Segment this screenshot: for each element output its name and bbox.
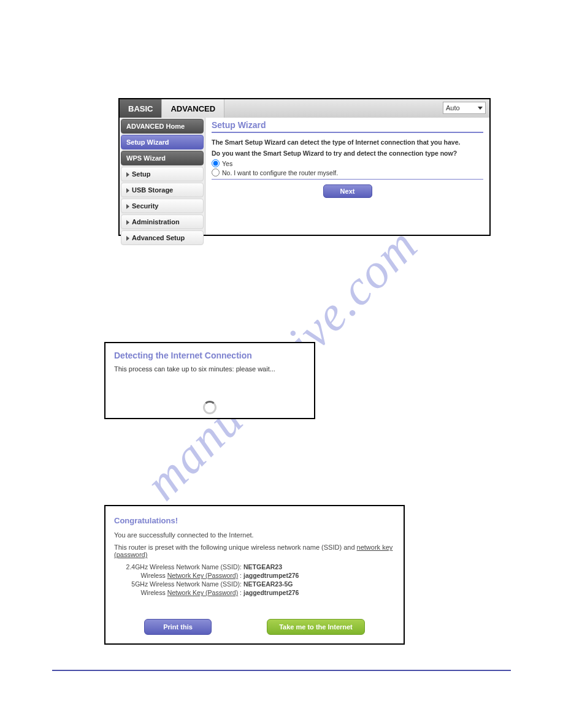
label-5-key: Wireless Network Key (Password) : <box>125 589 242 596</box>
divider <box>212 179 483 180</box>
value-24-ssid: NETGEAR23 <box>243 563 395 571</box>
caret-right-icon <box>126 172 129 177</box>
label-24-key: Wireless Network Key (Password) : <box>125 572 242 579</box>
footer-divider <box>52 670 511 671</box>
take-me-internet-button[interactable]: Take me to the Internet <box>267 619 365 635</box>
congrats-line2: This router is preset with the following… <box>114 544 395 558</box>
label-24-ssid: 2.4GHz Wireless Network Name (SSID): <box>125 563 242 571</box>
sidebar: ADVANCED Home Setup Wizard WPS Wizard Se… <box>120 118 205 235</box>
caret-right-icon <box>126 220 129 225</box>
button-row: Print this Take me to the Internet <box>105 619 404 635</box>
detecting-panel: Detecting the Internet Connection This p… <box>104 342 315 419</box>
radio-yes-input[interactable] <box>212 159 220 167</box>
value-24-key: jaggedtrumpet276 <box>243 572 395 579</box>
page-title: Setup Wizard <box>212 120 483 133</box>
congratulations-panel: Congratulations! You are successfully co… <box>104 505 405 645</box>
sidebar-item-advanced-setup[interactable]: Advanced Setup <box>121 230 204 245</box>
main-content: Setup Wizard The Smart Setup Wizard can … <box>205 118 489 235</box>
detecting-title: Detecting the Internet Connection <box>114 351 305 360</box>
sidebar-item-advanced-home[interactable]: ADVANCED Home <box>121 119 204 134</box>
caret-right-icon <box>126 188 129 193</box>
value-5-ssid: NETGEAR23-5G <box>243 580 395 588</box>
caret-right-icon <box>126 204 129 209</box>
value-5-key: jaggedtrumpet276 <box>243 589 395 596</box>
tab-basic[interactable]: BASIC <box>120 99 162 118</box>
sidebar-item-security[interactable]: Security <box>121 199 204 213</box>
print-button[interactable]: Print this <box>144 619 212 635</box>
radio-no-label: No. I want to configure the router mysel… <box>222 169 338 176</box>
spinner-icon <box>203 401 216 414</box>
radio-no-input[interactable] <box>212 169 220 176</box>
sidebar-item-wps-wizard[interactable]: WPS Wizard <box>121 151 204 165</box>
label-5-ssid: 5GHz Wireless Network Name (SSID): <box>125 580 242 588</box>
network-key-link-24[interactable]: Network Key (Password) <box>167 572 239 579</box>
dropdown-value: Auto <box>446 104 460 112</box>
network-info-grid: 2.4GHz Wireless Network Name (SSID): NET… <box>125 563 395 596</box>
chevron-down-icon <box>478 107 483 110</box>
radio-no[interactable]: No. I want to configure the router mysel… <box>212 169 483 176</box>
radio-yes-label: Yes <box>222 160 232 167</box>
sidebar-item-administration[interactable]: Administration <box>121 214 204 229</box>
language-dropdown[interactable]: Auto <box>443 102 486 114</box>
radio-yes[interactable]: Yes <box>212 159 483 167</box>
tab-advanced[interactable]: ADVANCED <box>162 99 224 118</box>
router-admin-panel: BASIC ADVANCED Auto ADVANCED Home Setup … <box>118 98 491 236</box>
network-key-link-5[interactable]: Network Key (Password) <box>167 589 239 596</box>
wizard-desc-2: Do you want the Smart Setup Wizard to tr… <box>212 149 483 158</box>
congrats-title: Congratulations! <box>114 516 395 525</box>
tabs-row: BASIC ADVANCED Auto <box>120 99 489 118</box>
next-button[interactable]: Next <box>323 184 372 198</box>
wizard-desc-1: The Smart Setup Wizard can detect the ty… <box>212 138 483 147</box>
sidebar-item-setup-wizard[interactable]: Setup Wizard <box>121 135 204 150</box>
caret-right-icon <box>126 236 129 241</box>
congrats-line1: You are successfully connected to the In… <box>114 531 395 539</box>
detecting-message: This process can take up to six minutes:… <box>114 365 305 373</box>
sidebar-item-setup[interactable]: Setup <box>121 167 204 181</box>
sidebar-item-usb-storage[interactable]: USB Storage <box>121 183 204 197</box>
